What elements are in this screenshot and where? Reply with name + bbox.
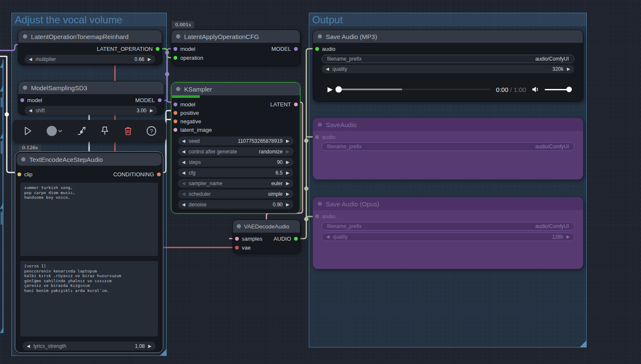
bypass-node-button[interactable] [73, 122, 90, 139]
increment-arrow-icon[interactable] [286, 181, 289, 186]
node-save-audio[interactable]: SaveAudio audio filename_prefix audio/Co… [313, 118, 583, 180]
cfg-widget[interactable]: cfg 6.5 [178, 168, 294, 177]
input-slot-model[interactable] [174, 103, 177, 106]
output-slot-model[interactable] [158, 98, 162, 102]
input-slot-samples[interactable] [235, 237, 239, 241]
color-picker-button[interactable] [42, 122, 66, 139]
play-button[interactable] [327, 86, 333, 93]
node-graph-canvas[interactable]: Adjust the vocal volume Output [0, 0, 641, 364]
decrement-arrow-icon[interactable] [182, 181, 185, 186]
decrement-arrow-icon[interactable] [326, 235, 330, 239]
control-after-generate-widget[interactable]: control after generate randomize [178, 147, 294, 156]
node-header[interactable]: LatentApplyOperationCFG [171, 30, 300, 43]
decrement-arrow-icon[interactable] [27, 344, 30, 348]
output-slot-latent[interactable] [294, 103, 298, 106]
decrement-arrow-icon[interactable] [182, 192, 185, 196]
delete-node-button[interactable] [120, 122, 137, 139]
increment-arrow-icon[interactable] [286, 150, 289, 154]
node-context-toolbar: ? [13, 120, 166, 142]
increment-arrow-icon[interactable] [286, 171, 289, 175]
node-text-encode-ace-step-audio[interactable]: TextEncodeAceStepAudio clip CONDITIONING… [15, 151, 163, 353]
shift-widget[interactable]: shift 3.00 [25, 106, 157, 115]
node-header[interactable]: VAEDecodeAudio [233, 220, 300, 233]
help-button[interactable]: ? [143, 122, 160, 139]
node-header[interactable]: SaveAudio [313, 118, 583, 131]
reroute-dot[interactable] [5, 112, 9, 117]
input-slot-latent-image[interactable] [174, 128, 177, 132]
increment-arrow-icon[interactable] [286, 192, 289, 196]
increment-arrow-icon[interactable] [148, 344, 151, 348]
output-slot-audio[interactable] [294, 237, 298, 241]
scheduler-widget[interactable]: scheduler simple [178, 189, 294, 198]
reroute-dot[interactable] [304, 186, 308, 191]
filename-prefix-widget[interactable]: filename_prefix audio/ComfyUI [322, 55, 574, 63]
increment-arrow-icon[interactable] [567, 67, 570, 71]
node-latent-apply-operation-cfg[interactable]: LatentApplyOperationCFG model MODEL oper… [171, 30, 300, 66]
input-slot-clip[interactable] [17, 172, 21, 176]
filename-prefix-widget[interactable]: filename_prefix audio/ComfyUI [322, 142, 574, 151]
input-slot-audio[interactable] [315, 214, 319, 218]
multiplier-widget[interactable]: multiplier 0.66 [25, 55, 155, 64]
node-save-audio-opus[interactable]: Save Audio (Opus) audio filename_prefix … [313, 197, 583, 269]
node-latent-operation-tonemap-reinhard[interactable]: LatentOperationTonemapReinhard LATENT_OP… [18, 30, 162, 65]
filename-prefix-widget[interactable]: filename_prefix audio/ComfyUI [322, 222, 574, 231]
input-slot-negative[interactable] [174, 119, 177, 123]
tags-textarea[interactable]: summer turkish song, pop carpe diem musi… [20, 183, 158, 256]
decrement-arrow-icon[interactable] [182, 150, 185, 154]
volume-slider[interactable] [545, 89, 569, 90]
run-node-button[interactable] [19, 122, 36, 139]
lyrics-strength-widget[interactable]: lyrics_strength 1.08 [22, 342, 156, 350]
node-header[interactable]: ModelSamplingSD3 [18, 81, 164, 94]
quality-widget[interactable]: quality 320k [322, 65, 574, 73]
node-vae-decode-audio[interactable]: VAEDecodeAudio samples AUDIO vae [232, 220, 300, 253]
reroute-dot[interactable] [304, 139, 308, 143]
offscreen-node-edge [1, 212, 3, 225]
output-slot-conditioning[interactable] [157, 172, 161, 176]
node-save-audio-mp3[interactable]: Save Audio (MP3) audio filename_prefix a… [313, 30, 583, 102]
node-header[interactable]: TextEncodeAceStepAudio [17, 153, 162, 166]
decrement-arrow-icon[interactable] [182, 160, 185, 164]
volume-icon[interactable] [531, 85, 540, 94]
decrement-arrow-icon[interactable] [29, 57, 32, 61]
input-slot-audio[interactable] [315, 47, 319, 51]
input-slot-model[interactable] [174, 47, 177, 51]
decrement-arrow-icon[interactable] [182, 203, 185, 207]
seek-thumb[interactable] [336, 86, 342, 93]
output-label: AUDIO [274, 236, 291, 242]
increment-arrow-icon[interactable] [148, 57, 151, 61]
lyrics-textarea[interactable]: [verse 1] penccerenin kenarında laptopum… [20, 261, 158, 336]
quality-widget[interactable]: quality 128k [322, 233, 574, 241]
increment-arrow-icon[interactable] [566, 235, 570, 239]
input-slot-audio[interactable] [315, 135, 319, 139]
increment-arrow-icon[interactable] [286, 160, 289, 164]
seed-widget[interactable]: seed 1107753265878919 [178, 136, 294, 145]
input-slot-operation[interactable] [174, 56, 177, 60]
node-header[interactable]: LatentOperationTonemapReinhard [18, 30, 162, 43]
reroute-dot[interactable] [165, 72, 169, 76]
steps-widget[interactable]: steps 90 [178, 158, 294, 167]
volume-thumb[interactable] [566, 87, 572, 92]
decrement-arrow-icon[interactable] [326, 67, 329, 71]
pin-node-button[interactable] [96, 122, 113, 139]
denoise-widget[interactable]: denoise 0.90 [178, 200, 294, 209]
node-ksampler[interactable]: KSampler model LATENT positive negative … [171, 82, 300, 214]
increment-arrow-icon[interactable] [286, 139, 289, 143]
node-header[interactable]: Save Audio (Opus) [313, 197, 583, 210]
sampler-name-widget[interactable]: sampler_name euler [178, 179, 294, 188]
node-header[interactable]: Save Audio (MP3) [313, 30, 583, 43]
node-model-sampling-sd3[interactable]: ModelSamplingSD3 model MODEL shift 3.00 [18, 81, 164, 115]
decrement-arrow-icon[interactable] [29, 108, 32, 113]
node-header[interactable]: KSampler [171, 83, 300, 95]
output-slot-model[interactable] [294, 47, 298, 51]
input-slot-vae[interactable] [235, 246, 239, 250]
increment-arrow-icon[interactable] [150, 108, 153, 113]
reroute-dot[interactable] [304, 217, 308, 221]
decrement-arrow-icon[interactable] [182, 171, 185, 175]
input-slot-model[interactable] [20, 98, 24, 102]
input-slot-positive[interactable] [174, 111, 177, 115]
decrement-arrow-icon[interactable] [182, 139, 185, 143]
widget-value: 1.08 [135, 343, 145, 349]
seek-bar[interactable] [338, 89, 491, 90]
increment-arrow-icon[interactable] [286, 203, 289, 207]
output-slot-latent-operation[interactable] [156, 47, 160, 51]
